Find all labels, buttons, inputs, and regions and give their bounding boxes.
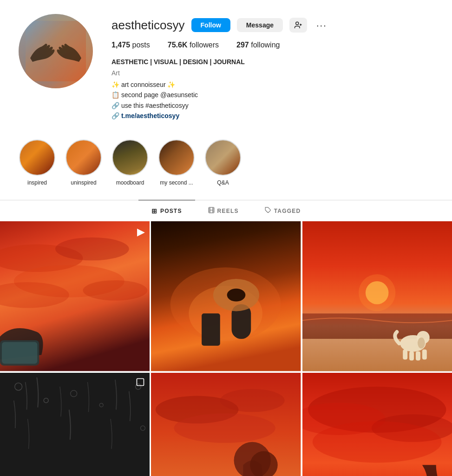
svg-rect-35 [403,350,407,360]
highlight-label: my second ... [160,179,193,186]
highlight-circle [205,139,241,176]
svg-rect-0 [26,21,86,81]
svg-rect-36 [409,351,414,361]
svg-rect-40 [0,373,150,476]
bio-title: AESTHETIC | VISUAL | DESIGN | JOURNAL [111,57,433,67]
add-person-button[interactable] [289,18,307,33]
grid-item-2[interactable] [151,221,301,371]
svg-rect-37 [416,351,420,361]
svg-rect-24 [202,314,220,346]
svg-rect-20 [2,342,37,364]
posts-grid: ▶ [0,221,452,476]
username: aestheticosyy [111,18,185,33]
svg-rect-31 [302,314,452,342]
highlight-label: inspired [27,179,47,186]
svg-point-61 [312,421,441,463]
highlight-circle [158,139,195,176]
bio-category: Art [111,68,433,78]
grid-item-1[interactable]: ▶ [0,221,150,371]
highlight-item[interactable]: Q&A [204,139,242,186]
svg-point-1 [296,22,299,25]
tabs-section: ⊞ POSTS REELS TAGGED [0,200,452,221]
tab-reels[interactable]: REELS [195,200,252,221]
svg-point-30 [359,274,395,311]
highlight-circle [19,139,55,176]
tab-tagged-label: TAGGED [274,208,301,214]
svg-point-27 [227,289,246,302]
bio-line1: ✨ art connoisseur ✨ [111,79,433,90]
profile-info: aestheticosyy Follow Message ··· 1,475 p… [111,14,433,121]
tab-posts[interactable]: ⊞ POSTS [138,200,195,221]
highlight-item[interactable]: uninspired [65,139,102,186]
bio-line3: 🔗 use this #aestheticosyy [111,100,433,111]
highlight-item[interactable]: my second ... [158,139,195,186]
grid-item-3[interactable] [302,221,452,371]
following-stat[interactable]: 297 following [236,41,280,49]
tab-posts-label: POSTS [160,208,182,214]
bio-link-anchor[interactable]: 🔗 t.me/aestheticosyy [111,112,179,119]
square-icon [136,377,145,389]
bio-link[interactable]: 🔗 t.me/aestheticosyy [111,111,433,121]
more-options-button[interactable]: ··· [314,18,330,33]
tab-reels-label: REELS [217,208,239,214]
highlight-circle [112,139,148,176]
grid-item-5[interactable] [151,373,301,476]
svg-point-18 [83,280,148,301]
svg-point-39 [418,337,425,349]
tagged-icon [265,207,271,215]
follow-button[interactable]: Follow [191,18,230,32]
highlights-section: inspireduninspiredmoodboardmy second ...… [0,130,452,195]
highlight-label: moodboard [116,179,144,186]
svg-rect-38 [422,350,427,360]
grid-item-6[interactable] [302,373,452,476]
posts-icon: ⊞ [151,207,157,215]
video-icon: ▶ [137,226,145,238]
grid-item-4[interactable] [0,373,150,476]
svg-point-53 [220,389,285,412]
reels-icon [208,207,215,215]
bio-section: AESTHETIC | VISUAL | DESIGN | JOURNAL Ar… [111,57,433,121]
profile-section: aestheticosyy Follow Message ··· 1,475 p… [0,0,452,130]
highlight-item[interactable]: moodboard [111,139,149,186]
posts-stat[interactable]: 1,475 posts [111,41,150,49]
bio-line2: 📋 second page @aesunsetic [111,90,433,100]
stats-row: 1,475 posts 75.6K followers 297 followin… [111,41,433,49]
svg-point-15 [55,238,129,261]
avatar[interactable] [19,14,93,88]
svg-rect-50 [137,378,144,385]
profile-header-row: aestheticosyy Follow Message ··· [111,18,433,33]
highlight-item[interactable]: inspired [19,139,56,186]
message-button[interactable]: Message [237,18,283,32]
svg-point-54 [174,413,275,443]
highlight-label: Q&A [217,179,229,186]
svg-rect-32 [302,339,452,371]
tab-tagged[interactable]: TAGGED [252,200,314,221]
followers-stat[interactable]: 75.6K followers [168,41,219,49]
highlight-label: uninspired [71,179,96,186]
highlight-circle [66,139,102,176]
